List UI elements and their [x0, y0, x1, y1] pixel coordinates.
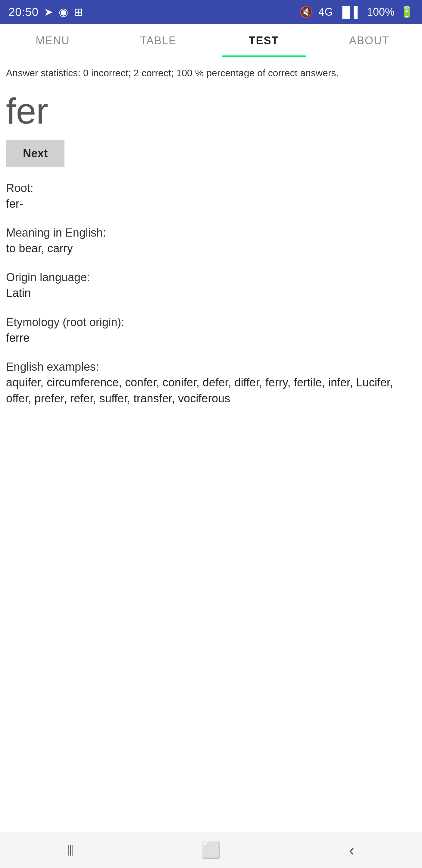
time-display: 20:50: [8, 6, 38, 19]
home-icon[interactable]: ⬜: [199, 838, 223, 862]
etymology-value: ferre: [6, 330, 416, 346]
tab-test[interactable]: TEST: [211, 24, 317, 57]
meaning-value: to bear, carry: [6, 241, 416, 256]
tab-menu[interactable]: MENU: [0, 24, 105, 57]
root-label: Root:: [6, 182, 416, 195]
next-button[interactable]: Next: [6, 140, 64, 167]
status-right: 🔇 4G ▐▌▌ 100% 🔋: [299, 6, 414, 19]
origin-label: Origin language:: [6, 271, 416, 284]
examples-label: English examples:: [6, 361, 416, 373]
examples-value: aquifer, circumference, confer, conifer,…: [6, 375, 416, 407]
examples-section: English examples: aquifer, circumference…: [6, 361, 416, 407]
battery-icon: 🔋: [400, 6, 414, 19]
battery-label: 100%: [367, 6, 395, 19]
meaning-label: Meaning in English:: [6, 226, 416, 239]
signal-label: 4G: [318, 6, 333, 19]
main-content: Answer statistics: 0 incorrect; 2 correc…: [0, 57, 422, 832]
meaning-section: Meaning in English: to bear, carry: [6, 226, 416, 256]
answer-statistics: Answer statistics: 0 incorrect; 2 correc…: [6, 66, 416, 80]
signal-bars-icon: ▐▌▌: [338, 6, 361, 19]
status-bar: 20:50 ➤ ◉ ⊞ 🔇 4G ▐▌▌ 100% 🔋: [0, 0, 422, 24]
root-value: fer-: [6, 196, 416, 212]
back-icon[interactable]: ‹: [340, 838, 364, 862]
root-section: Root: fer-: [6, 182, 416, 212]
shazam-icon: ◉: [59, 6, 68, 19]
status-left: 20:50 ➤ ◉ ⊞: [8, 6, 83, 19]
nav-tabs: MENU TABLE TEST ABOUT: [0, 24, 422, 57]
bottom-nav: ⦀ ⬜ ‹: [0, 832, 422, 868]
tab-table[interactable]: TABLE: [105, 24, 211, 57]
etymology-label: Etymology (root origin):: [6, 316, 416, 329]
tab-about[interactable]: ABOUT: [317, 24, 422, 57]
etymology-section: Etymology (root origin): ferre: [6, 316, 416, 346]
recent-apps-icon[interactable]: ⦀: [59, 838, 83, 862]
word-display: fer: [6, 91, 416, 131]
origin-section: Origin language: Latin: [6, 271, 416, 301]
qr-icon: ⊞: [74, 6, 83, 19]
mute-icon: 🔇: [299, 6, 313, 19]
location-icon: ➤: [44, 6, 53, 19]
origin-value: Latin: [6, 285, 416, 301]
